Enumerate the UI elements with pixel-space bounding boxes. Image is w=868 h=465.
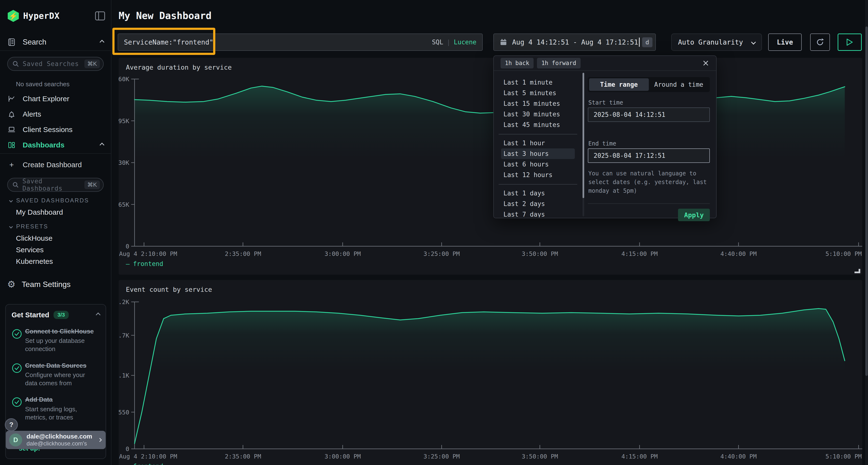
scrollbar-thumb[interactable] (583, 73, 584, 198)
divider (0, 153, 111, 154)
saved-searches-input[interactable]: Saved Searches ⌘K (7, 57, 104, 71)
relative-time-option[interactable]: Last 1 days (501, 188, 575, 199)
refresh-icon (815, 37, 825, 47)
chevron-down-icon (9, 199, 13, 202)
sidebar-item-my-dashboard[interactable]: My Dashboard (16, 208, 63, 217)
line-chart[interactable]: 05501.1K1.7K2.2KAug 4 2:10:00 PM2:35:00 … (119, 280, 862, 465)
relative-time-option[interactable]: Last 30 minutes (496, 109, 580, 120)
group-presets[interactable]: PRESETS (10, 223, 48, 230)
chart-card-avg-duration[interactable]: Average duration by service 065K130K195K… (119, 58, 862, 275)
page-scrollbar[interactable] (865, 0, 868, 465)
sql-toggle[interactable]: SQL (432, 38, 443, 46)
check-circle-icon (11, 327, 25, 353)
brand-row: ⚡ HyperDX (8, 10, 105, 22)
help-button[interactable]: ? (5, 418, 18, 431)
time-picker-right-panel: Time rangeAround a time Start time 2025-… (588, 71, 710, 218)
saved-dashboards-input[interactable]: Saved Dashboards ⌘K (7, 178, 104, 192)
live-button[interactable]: Live (768, 33, 802, 51)
apply-button[interactable]: Apply (678, 209, 710, 221)
checklist-item-title: Create Data Sources (25, 361, 97, 370)
user-email: dale@clickhouse.com (27, 433, 92, 440)
relative-time-option[interactable]: Last 1 hour (501, 138, 575, 148)
language-toggle[interactable]: SQL|Lucene (432, 38, 476, 46)
shift-forward-button[interactable]: 1h forward (537, 58, 581, 68)
end-time-input[interactable]: 2025-08-04 17:12:51 (588, 148, 710, 163)
chevron-up-icon[interactable] (100, 143, 104, 147)
group-label: PRESETS (16, 223, 48, 230)
relative-time-option[interactable]: Last 1 minute (496, 77, 580, 88)
laptop-icon (7, 125, 16, 134)
shift-back-button[interactable]: 1h back (500, 58, 534, 68)
saved-dashboards-placeholder: Saved Dashboards (23, 177, 84, 192)
svg-text:Aug 4 2:10:00 PM: Aug 4 2:10:00 PM (119, 250, 177, 257)
sidebar-item-label: Chart Explorer (23, 95, 69, 103)
start-time-input[interactable]: 2025-08-04 14:12:51 (588, 107, 710, 122)
sidebar-item-kubernetes[interactable]: Kubernetes (16, 257, 53, 266)
create-dashboard-label: Create Dashboard (23, 161, 82, 169)
time-range-input[interactable]: Aug 4 14:12:51 - Aug 4 17:12:51 d (493, 33, 656, 51)
relative-time-option[interactable]: Last 12 hours (501, 170, 575, 180)
progress-badge: 3/3 (54, 311, 69, 319)
sidebar-item-search[interactable]: Search (0, 35, 111, 49)
relative-time-option[interactable]: Last 3 hours (501, 148, 575, 159)
checklist-item[interactable]: Add Data Start sending logs, metrics, or… (11, 395, 100, 421)
granularity-select[interactable]: Auto Granularity (671, 33, 762, 51)
user-menu[interactable]: D dale@clickhouse.com dale@clickhouse.co… (6, 431, 105, 449)
chart-card-event-count[interactable]: Event count by service 05501.1K1.7K2.2KA… (119, 280, 862, 465)
tab-time-range[interactable]: Time range (589, 78, 649, 91)
journal-icon (7, 38, 16, 46)
scrollbar-thumb[interactable] (865, 27, 868, 376)
sidebar-item-dashboards[interactable]: Dashboards (0, 138, 111, 152)
chevron-up-icon[interactable] (100, 40, 104, 44)
chevron-up-icon[interactable] (96, 312, 100, 317)
group-saved-dashboards[interactable]: SAVED DASHBOARDS (10, 197, 89, 204)
run-query-button[interactable] (838, 33, 862, 51)
hyperdx-logo-icon: ⚡ (8, 10, 19, 22)
sidebar-item-chart-explorer[interactable]: Chart Explorer (0, 92, 111, 105)
relative-time-option[interactable]: Last 7 days (501, 209, 575, 217)
sidebar-item-clickhouse[interactable]: ClickHouse (16, 234, 53, 242)
sidebar-item-client-sessions[interactable]: Client Sessions (0, 123, 111, 136)
line-chart[interactable]: 065K130K195K260KAug 4 2:10:00 PM2:35:00 … (119, 58, 862, 275)
relative-time-option[interactable]: Last 6 hours (501, 159, 575, 170)
sidebar-item-alerts[interactable]: Alerts (0, 107, 111, 121)
sidebar-item-label: Search (23, 38, 46, 46)
search-query-input[interactable]: ServiceName:"frontend" SQL|Lucene (118, 33, 483, 51)
search-icon (12, 181, 19, 189)
sidebar-item-services[interactable]: Services (16, 246, 44, 254)
close-button[interactable] (702, 60, 709, 67)
relative-time-option[interactable]: Last 2 days (501, 199, 575, 209)
chart-legend[interactable]: — frontend (126, 463, 163, 465)
svg-text:65K: 65K (119, 201, 129, 208)
sidebar-collapse-icon[interactable] (95, 11, 105, 21)
time-picker-panel: 1h back 1h forward Last 1 minuteLast 5 m… (493, 56, 717, 218)
create-dashboard-button[interactable]: + Create Dashboard (0, 158, 111, 171)
chevron-right-icon (98, 438, 102, 442)
checklist-item[interactable]: Create Data Sources Configure where your… (11, 361, 100, 388)
chart-legend[interactable]: — frontend (126, 260, 163, 267)
shortcut-badge: ⌘K (84, 60, 100, 68)
chevron-down-icon (9, 225, 13, 228)
svg-text:195K: 195K (119, 118, 129, 125)
checklist-item-description: Start sending logs, metrics, or traces (25, 405, 97, 422)
tab-around-a-time[interactable]: Around a time (649, 78, 709, 91)
svg-text:2:35:00 PM: 2:35:00 PM (225, 250, 261, 257)
lucene-toggle[interactable]: Lucene (454, 38, 476, 46)
svg-text:130K: 130K (119, 159, 129, 166)
gear-icon: ⚙ (7, 279, 16, 290)
relative-time-option[interactable]: Last 5 minutes (496, 88, 580, 98)
scrollbar[interactable] (583, 73, 584, 217)
svg-text:5:10:00 PM: 5:10:00 PM (825, 250, 862, 257)
start-time-label: Start time (588, 99, 623, 106)
sidebar-item-team-settings[interactable]: ⚙ Team Settings (7, 279, 71, 290)
resize-handle[interactable] (855, 269, 860, 273)
relative-time-option[interactable]: Last 15 minutes (496, 98, 580, 109)
svg-text:3:50:00 PM: 3:50:00 PM (522, 453, 558, 460)
no-saved-searches-text: No saved searches (16, 80, 70, 88)
refresh-button[interactable] (810, 33, 830, 51)
relative-time-option[interactable]: Last 45 minutes (496, 120, 580, 130)
svg-text:0: 0 (126, 243, 129, 250)
checklist-item[interactable]: Connect to ClickHouse Set up your databa… (11, 327, 100, 353)
legend-label: frontend (133, 260, 163, 267)
end-time-label: End time (588, 140, 616, 147)
